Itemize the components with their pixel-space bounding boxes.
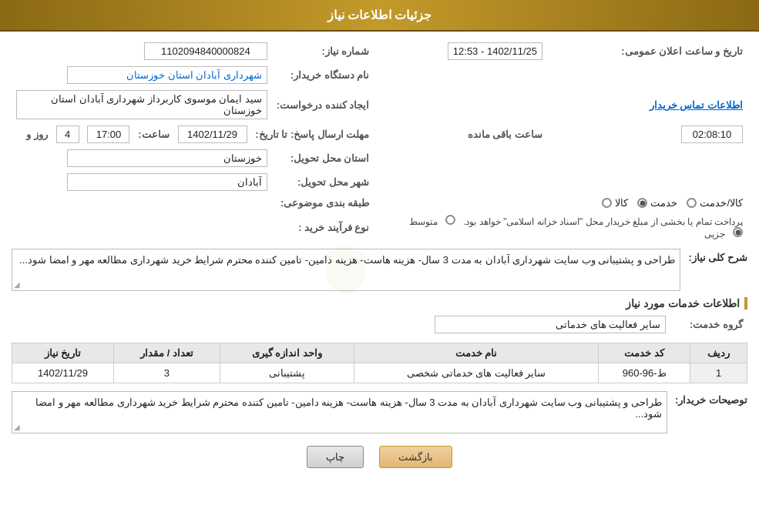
radio-kala[interactable]: کالا [602, 197, 628, 209]
service-group-box: سایر فعالیت های خدماتی [435, 316, 666, 333]
resize-icon: ◢ [14, 280, 20, 289]
buyer-desc-wrapper: طراحی و پشتیبانی وب سایت شهرداری آبادان … [12, 391, 667, 433]
purchase-type-label: نوع فرآیند خرید : [272, 212, 374, 243]
cell-unit: پشتیبانی [220, 363, 354, 383]
need-number-box: 1102094840000824 [144, 42, 267, 60]
service-group-label: گروه خدمت: [670, 313, 747, 336]
radio-kala-circle[interactable] [602, 198, 612, 208]
description-box: طراحی و پشتیبانی وب سایت شهرداری آبادان … [12, 249, 680, 291]
cell-num: 1 [690, 363, 747, 383]
watermark [323, 242, 369, 298]
response-days-label: روز و [26, 129, 48, 140]
radio-motawaset-circle[interactable] [445, 215, 455, 225]
description-label: شرح کلی نیاز: [688, 249, 747, 263]
print-button[interactable]: چاپ [307, 446, 364, 468]
radio-khadamat[interactable]: خدمت [637, 197, 677, 209]
pard-text: پرداخت تمام یا بخشی از مبلغ خریدار محل "… [463, 216, 743, 227]
creator-box: سید ایمان موسوی کاربرداز شهرداری آبادان … [16, 90, 267, 119]
row-city: شهر محل تحویل: آبادان [12, 170, 747, 194]
buyer-desc-section: توصیحات خریدار: طراحی و پشتیبانی وب سایت… [12, 391, 747, 433]
row-buyer-org: نام دستگاه خریدار: شهرداری آبادان استان … [12, 63, 747, 87]
date-value: 1402/11/25 - 12:53 [389, 39, 547, 63]
need-number-value: 1102094840000824 [12, 39, 272, 63]
radio-motawaset-label: متوسط [409, 216, 438, 227]
col-code: کد خدمت [599, 343, 690, 363]
radio-kala-khadamat-circle[interactable] [687, 198, 697, 208]
city-value: آبادان [12, 170, 272, 194]
remaining-value: 02:08:10 [547, 122, 747, 146]
radio-khadamat-circle[interactable] [637, 198, 647, 208]
services-table-header: ردیف کد خدمت نام خدمت واحد اندازه گیری ت… [12, 343, 747, 363]
city-label: شهر محل تحویل: [272, 170, 374, 194]
radio-khadamat-label: خدمت [650, 197, 677, 209]
row-province: استان محل تحویل: خوزستان [12, 146, 747, 170]
back-button[interactable]: بازگشت [379, 446, 452, 468]
service-group-value: سایر فعالیت های خدماتی [12, 313, 670, 336]
cell-name: سایر فعالیت های خدماتی شخصی [354, 363, 598, 383]
buttons-row: بازگشت چاپ [12, 446, 747, 468]
buyer-org-label: نام دستگاه خریدار: [272, 63, 374, 87]
row-creator: اطلاعات تماس خریدار ایجاد کننده درخواست:… [12, 87, 747, 122]
row-purchase-type: پرداخت تمام یا بخشی از مبلغ خریدار محل "… [12, 212, 747, 243]
remaining-box: 02:08:10 [681, 125, 743, 143]
contact-link[interactable]: اطلاعات تماس خریدار [650, 99, 743, 111]
shield-watermark [323, 242, 369, 296]
services-header-row: ردیف کد خدمت نام خدمت واحد اندازه گیری ت… [12, 343, 747, 363]
need-number-label: شماره نیاز: [272, 39, 374, 63]
date-box: 1402/11/25 - 12:53 [448, 42, 542, 60]
radio-jozyi-circle[interactable] [733, 227, 743, 237]
buyer-desc-text: طراحی و پشتیبانی وب سایت شهرداری آبادان … [35, 396, 662, 420]
page-title: جزئیات اطلاعات نیاز [327, 8, 432, 22]
buyer-org-value: شهرداری آبادان استان خوزستان [12, 63, 272, 87]
remaining-label: ساعت باقی مانده [389, 122, 547, 146]
services-section-title: اطلاعات خدمات مورد نیاز [12, 297, 747, 309]
service-group-table: گروه خدمت: سایر فعالیت های خدماتی [12, 313, 747, 336]
row-need-number: تاریخ و ساعت اعلان عمومی: 1402/11/25 - 1… [12, 39, 747, 63]
radio-kala-label: کالا [615, 197, 628, 209]
main-content: تاریخ و ساعت اعلان عمومی: 1402/11/25 - 1… [0, 32, 759, 483]
cell-date: 1402/11/29 [12, 363, 114, 383]
response-days-box: 4 [56, 125, 79, 143]
city-box: آبادان [67, 173, 267, 191]
province-box: خوزستان [67, 149, 267, 167]
response-date-box: 1402/11/29 [178, 125, 247, 143]
radio-kala-khadamat[interactable]: کالا/خدمت [687, 197, 743, 209]
info-table: تاریخ و ساعت اعلان عمومی: 1402/11/25 - 1… [12, 39, 747, 243]
row-deadline: 02:08:10 ساعت باقی مانده مهلت ارسال پاسخ… [12, 122, 747, 146]
row-service-group: گروه خدمت: سایر فعالیت های خدماتی [12, 313, 747, 336]
col-num: ردیف [690, 343, 747, 363]
row-category: کالا/خدمت خدمت کالا طبقه [12, 194, 747, 212]
services-table: ردیف کد خدمت نام خدمت واحد اندازه گیری ت… [12, 343, 747, 383]
cell-code: ط-96-960 [599, 363, 690, 383]
response-time-label: ساعت: [138, 129, 169, 140]
col-date: تاریخ نیاز [12, 343, 114, 363]
response-time-box: 17:00 [87, 125, 129, 143]
services-table-body: 1ط-96-960سایر فعالیت های خدماتی شخصیپشتی… [12, 363, 747, 383]
response-deadline-label: مهلت ارسال پاسخ: تا تاریخ: [255, 129, 369, 140]
col-qty: تعداد / مقدار [113, 343, 220, 363]
radio-kala-khadamat-label: کالا/خدمت [700, 197, 743, 209]
cell-quantity: 3 [113, 363, 220, 383]
buyer-desc-box: طراحی و پشتیبانی وب سایت شهرداری آبادان … [12, 391, 667, 433]
col-unit: واحد اندازه گیری [220, 343, 354, 363]
date-label: تاریخ و ساعت اعلان عمومی: [547, 39, 747, 63]
radio-jozyi-label: جزیی [704, 229, 725, 239]
page-wrapper: جزئیات اطلاعات نیاز تاریخ و ساعت اعلان ع… [0, 0, 759, 532]
creator-label: ایجاد کننده درخواست: [272, 87, 374, 122]
category-radio-group: کالا/خدمت خدمت کالا [602, 197, 743, 209]
buyer-org-box: شهرداری آبادان استان خوزستان [67, 66, 267, 84]
description-text: طراحی و پشتیبانی وب سایت شهرداری آبادان … [19, 254, 675, 266]
creator-value: سید ایمان موسوی کاربرداز شهرداری آبادان … [12, 87, 272, 122]
buyer-desc-label: توصیحات خریدار: [675, 391, 747, 406]
description-wrapper: طراحی و پشتیبانی وب سایت شهرداری آبادان … [12, 249, 680, 291]
page-header: جزئیات اطلاعات نیاز [0, 0, 759, 32]
table-row: 1ط-96-960سایر فعالیت های خدماتی شخصیپشتی… [12, 363, 747, 383]
col-name: نام خدمت [354, 343, 598, 363]
province-label: استان محل تحویل: [272, 146, 374, 170]
category-label: طبقه بندی موضوعی: [272, 194, 374, 212]
province-value: خوزستان [12, 146, 272, 170]
buyer-resize-icon: ◢ [14, 423, 20, 431]
description-section: شرح کلی نیاز: طراحی و پشتیبانی وب سایت ش… [12, 249, 747, 291]
